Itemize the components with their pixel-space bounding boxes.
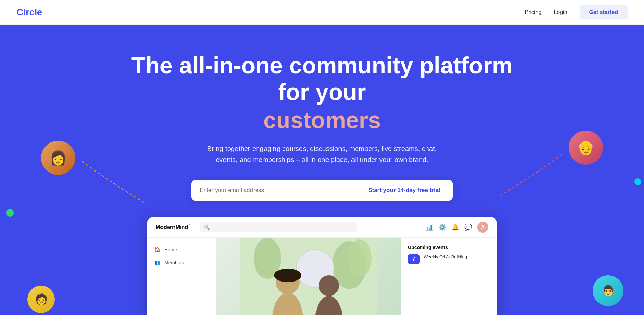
members-icon: 👥 (154, 260, 161, 266)
hero-subtitle: Bring together engaging courses, discuss… (202, 143, 442, 165)
app-topbar: ModernMind™ 🔍 📊 ⚙️ 🔔 💬 A (147, 217, 497, 238)
event-date: 7 (408, 254, 420, 264)
svg-point-9 (319, 275, 339, 296)
sidebar-home-label: Home (164, 247, 177, 252)
floating-avatar-2: 👴 (569, 131, 603, 165)
floating-avatar-4: 👨 (593, 275, 623, 306)
main-illustration (240, 238, 377, 315)
app-search-bar[interactable]: 🔍 (200, 222, 357, 232)
app-brand-name: ModernMind™ (156, 224, 192, 230)
svg-point-2 (348, 239, 372, 277)
floating-avatar-1: 👩 (41, 141, 75, 175)
hero-title: The all-in-one community platform for yo… (117, 52, 527, 134)
app-preview: ModernMind™ 🔍 📊 ⚙️ 🔔 💬 A 🏠 Home (147, 217, 497, 315)
pricing-link[interactable]: Pricing (525, 9, 541, 15)
app-main-content (216, 238, 401, 315)
hero-title-colored: customers (117, 107, 527, 133)
sidebar-members-label: Members (164, 260, 184, 265)
green-dot-decoration (6, 209, 14, 217)
chat-icon[interactable]: 💬 (464, 223, 472, 231)
floating-avatar-3: 🧑 (27, 286, 55, 313)
app-top-icons: 📊 ⚙️ 🔔 💬 A (425, 222, 488, 233)
search-icon: 🔍 (204, 224, 210, 230)
teal-dot-decoration (634, 178, 641, 185)
sidebar-item-home[interactable]: 🏠 Home (147, 243, 216, 256)
login-link[interactable]: Login (554, 9, 567, 15)
svg-point-7 (274, 269, 301, 282)
email-input[interactable] (191, 180, 356, 201)
navbar-right: Pricing Login Get started (525, 5, 628, 19)
event-row[interactable]: 7 Weekly Q&A: Building (408, 254, 490, 264)
avatar-3-face: 🧑 (27, 286, 55, 313)
avatar-4-face: 👨 (593, 275, 623, 306)
avatar-1-face: 👩 (41, 141, 75, 175)
site-logo[interactable]: Circle (16, 7, 42, 18)
hero-section: The all-in-one community platform for yo… (0, 25, 644, 315)
trial-button[interactable]: Start your 14-day free trial (356, 180, 453, 201)
event-title: Weekly Q&A: Building (424, 254, 467, 259)
get-started-button[interactable]: Get started (580, 5, 628, 19)
app-content: 🏠 Home 👥 Members (147, 238, 497, 315)
user-avatar[interactable]: A (477, 222, 488, 233)
sidebar-item-members[interactable]: 👥 Members (147, 256, 216, 269)
bar-chart-icon[interactable]: 📊 (425, 223, 433, 231)
dashed-line-right (487, 148, 569, 202)
bell-icon[interactable]: 🔔 (451, 223, 459, 231)
hero-cta-container: Start your 14-day free trial (191, 180, 453, 201)
dashed-line-left (75, 154, 157, 209)
avatar-2-face: 👴 (569, 131, 603, 165)
app-sidebar: 🏠 Home 👥 Members (147, 238, 216, 315)
settings-icon[interactable]: ⚙️ (438, 223, 446, 231)
home-icon: 🏠 (154, 247, 161, 253)
main-image (216, 238, 401, 315)
navbar: Circle Pricing Login Get started (0, 0, 644, 25)
app-right-panel: Upcoming events 7 Weekly Q&A: Building (401, 238, 497, 315)
upcoming-events-title: Upcoming events (408, 245, 490, 250)
